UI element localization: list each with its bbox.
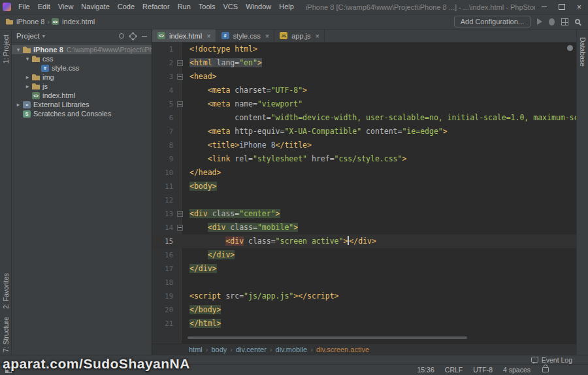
code-line-3[interactable]: 3<head> bbox=[152, 70, 576, 84]
breadcrumb-div-center[interactable]: div.center bbox=[235, 346, 268, 353]
breadcrumb-html[interactable]: html bbox=[188, 346, 204, 353]
editor-tabs: index.html×style.css×app.js× bbox=[152, 29, 576, 42]
code-line-5[interactable]: 5 <meta name="viewport" bbox=[152, 97, 576, 111]
tree-collapsed-icon[interactable]: ▸ bbox=[24, 83, 31, 90]
tab-app-js[interactable]: app.js× bbox=[274, 29, 325, 42]
code-text: <div class="screen active"></div> bbox=[184, 235, 376, 248]
run-icon[interactable] bbox=[537, 18, 542, 25]
menu-navigate[interactable]: Navigate bbox=[77, 0, 113, 14]
menu-view[interactable]: View bbox=[54, 0, 78, 14]
close-tab-icon[interactable]: × bbox=[265, 32, 269, 40]
indent-config[interactable]: 4 spaces bbox=[503, 366, 531, 374]
breadcrumb-bar: html›body›div.center›div.mobile›div.scre… bbox=[152, 344, 576, 355]
menu-file[interactable]: File bbox=[14, 0, 34, 14]
breadcrumb-div-mobile[interactable]: div.mobile bbox=[274, 346, 309, 353]
code-line-1[interactable]: 1<!doctype html> bbox=[152, 42, 576, 56]
tool-button-database[interactable]: Database bbox=[579, 37, 587, 67]
tab-style-css[interactable]: style.css× bbox=[216, 29, 275, 42]
fold-icon[interactable] bbox=[176, 97, 184, 111]
menu-help[interactable]: Help bbox=[275, 0, 298, 14]
nav-breadcrumb-project[interactable]: iPhone 8 bbox=[15, 18, 46, 25]
tool-button-favorites[interactable]: 2: Favorites bbox=[2, 273, 10, 309]
fold-icon[interactable] bbox=[176, 56, 184, 70]
fold-icon[interactable] bbox=[176, 207, 184, 221]
menu-vcs[interactable]: VCS bbox=[220, 0, 242, 14]
tree-item-scratches-and-consoles[interactable]: Scratches and Consoles bbox=[12, 109, 152, 118]
tree-item-index-html[interactable]: index.html bbox=[12, 91, 152, 100]
code-line-15[interactable]: 15 <div class="screen active"></div> bbox=[152, 235, 576, 248]
code-line-19[interactable]: 19<script src="js/app.js"></script> bbox=[152, 289, 576, 303]
hide-panel-icon[interactable] bbox=[142, 36, 147, 37]
tool-windows-icon[interactable] bbox=[561, 18, 568, 25]
menu-tools[interactable]: Tools bbox=[195, 0, 220, 14]
menu-edit[interactable]: Edit bbox=[34, 0, 54, 14]
fold-icon[interactable] bbox=[176, 221, 184, 235]
breadcrumb-separator: › bbox=[229, 346, 234, 353]
close-tab-icon[interactable]: × bbox=[316, 32, 319, 40]
locate-file-icon[interactable] bbox=[119, 33, 124, 39]
code-line-10[interactable]: 10</head> bbox=[152, 166, 576, 180]
menu-refactor[interactable]: Refactor bbox=[139, 0, 174, 14]
tree-item-label: Scratches and Consoles bbox=[33, 110, 111, 118]
search-everywhere-icon[interactable] bbox=[575, 19, 580, 24]
code-line-2[interactable]: 2<html lang="en"> bbox=[152, 56, 576, 70]
code-line-7[interactable]: 7 <meta http-equiv="X-UA-Compatible" con… bbox=[152, 125, 576, 139]
inspections-widget-icon[interactable] bbox=[567, 45, 573, 51]
code-line-13[interactable]: 13<div class="center"> bbox=[152, 207, 576, 221]
tab-index-html[interactable]: index.html× bbox=[152, 29, 216, 42]
debug-icon[interactable] bbox=[549, 18, 555, 25]
line-separator[interactable]: CRLF bbox=[445, 366, 463, 374]
breadcrumb-body[interactable]: body bbox=[210, 346, 228, 353]
code-line-9[interactable]: 9 <link rel="stylesheet" href="css/style… bbox=[152, 152, 576, 166]
tree-collapsed-icon[interactable]: ▸ bbox=[24, 74, 31, 80]
code-line-17[interactable]: 17</div> bbox=[152, 262, 576, 276]
tool-button-project[interactable]: 1: Project bbox=[2, 35, 10, 63]
code-line-6[interactable]: 6 content="width=device-width, user-scal… bbox=[152, 111, 576, 125]
project-panel-title[interactable]: Project bbox=[16, 32, 40, 40]
code-line-8[interactable]: 8 <title>iPhone 8</title> bbox=[152, 139, 576, 152]
window-controls: × bbox=[535, 0, 588, 14]
fold-spacer bbox=[176, 180, 184, 193]
code-line-4[interactable]: 4 <meta charset="UTF-8"> bbox=[152, 84, 576, 97]
code-line-18[interactable]: 18 bbox=[152, 276, 576, 289]
tree-item-iphone-8[interactable]: ▾iPhone 8C:\wamp64\www\Project\iPhone 8 bbox=[12, 45, 152, 54]
minimize-icon[interactable] bbox=[535, 0, 553, 14]
tree-item-img[interactable]: ▸img bbox=[12, 73, 152, 82]
tree-expanded-icon[interactable]: ▾ bbox=[24, 56, 31, 62]
add-configuration-button[interactable]: Add Configuration... bbox=[454, 16, 531, 27]
breadcrumb-div-screen-active[interactable]: div.screen.active bbox=[315, 346, 370, 353]
tree-item-label: img bbox=[42, 73, 54, 81]
code-line-16[interactable]: 16 </div> bbox=[152, 248, 576, 262]
tree-item-label: iPhone 8 bbox=[33, 46, 63, 54]
tree-item-js[interactable]: ▸js bbox=[12, 82, 152, 91]
tool-button-structure[interactable]: 7: Structure bbox=[2, 317, 10, 352]
code-line-21[interactable]: 21</html> bbox=[152, 317, 576, 331]
menu-window[interactable]: Window bbox=[242, 0, 275, 14]
scratch-file-icon bbox=[23, 110, 31, 118]
caret-position[interactable]: 15:36 bbox=[417, 366, 434, 374]
event-log-button[interactable]: Event Log bbox=[542, 356, 572, 364]
code-line-11[interactable]: 11<body> bbox=[152, 180, 576, 193]
code-editor[interactable]: 1<!doctype html>2<html lang="en">3<head>… bbox=[152, 42, 576, 344]
tree-expanded-icon[interactable]: ▾ bbox=[14, 46, 22, 53]
code-line-20[interactable]: 20</body> bbox=[152, 303, 576, 317]
tree-item-css[interactable]: ▾css bbox=[12, 54, 152, 63]
maximize-icon[interactable] bbox=[553, 0, 570, 14]
close-icon[interactable]: × bbox=[570, 0, 588, 14]
lock-icon[interactable] bbox=[542, 367, 549, 372]
line-number: 11 bbox=[152, 180, 176, 193]
close-tab-icon[interactable]: × bbox=[206, 32, 210, 40]
tree-item-external-libraries[interactable]: ▸External Libraries bbox=[12, 100, 152, 109]
nav-breadcrumb-file[interactable]: index.html bbox=[61, 18, 96, 25]
menu-run[interactable]: Run bbox=[174, 0, 195, 14]
code-line-12[interactable]: 12 bbox=[152, 193, 576, 207]
horizontal-scrollbar[interactable] bbox=[188, 336, 467, 339]
menu-code[interactable]: Code bbox=[114, 0, 139, 14]
chevron-down-icon[interactable]: ▾ bbox=[42, 33, 45, 39]
fold-icon[interactable] bbox=[176, 70, 184, 84]
tree-collapsed-icon[interactable]: ▸ bbox=[14, 101, 22, 108]
tree-item-style-css[interactable]: style.css bbox=[12, 63, 152, 73]
settings-gear-icon[interactable] bbox=[130, 33, 136, 39]
file-encoding[interactable]: UTF-8 bbox=[473, 366, 493, 374]
code-line-14[interactable]: 14 <div class="mobile"> bbox=[152, 221, 576, 235]
